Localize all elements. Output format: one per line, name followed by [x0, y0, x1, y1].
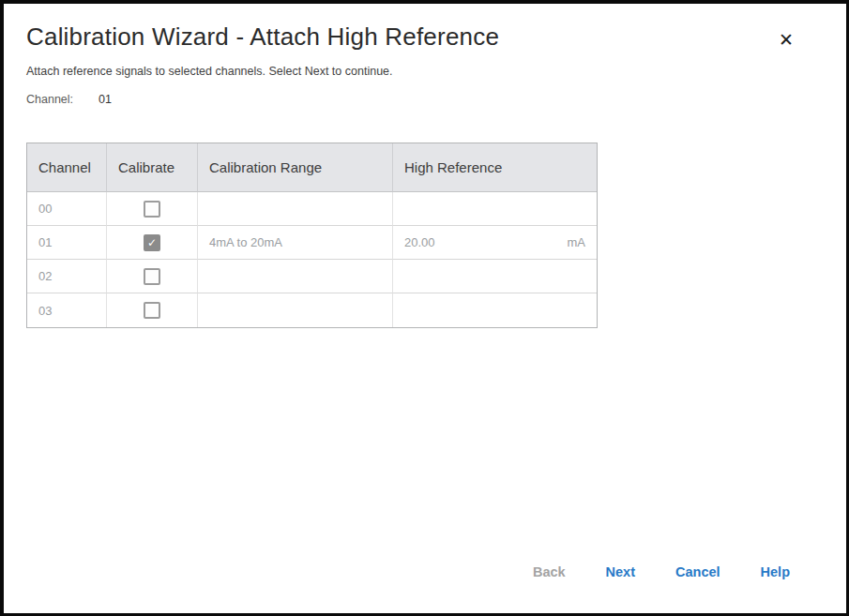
cell-calibrate: [107, 226, 198, 260]
channel-value: 01: [99, 93, 112, 106]
cell-high-reference[interactable]: [393, 293, 597, 327]
back-button[interactable]: Back: [533, 564, 566, 579]
high-reference-value: 20.00: [404, 235, 435, 249]
calibrate-checkbox[interactable]: [144, 201, 160, 218]
high-reference-unit: mA: [568, 235, 586, 249]
next-button[interactable]: Next: [606, 564, 635, 579]
calibrate-checkbox[interactable]: [144, 302, 160, 319]
channel-label: Channel:: [26, 93, 73, 106]
cell-calibrate: [107, 192, 198, 226]
cell-high-reference[interactable]: [393, 192, 597, 226]
dialog-title: Calibration Wizard - Attach High Referen…: [26, 23, 499, 52]
cell-high-reference[interactable]: [393, 260, 597, 293]
cancel-button[interactable]: Cancel: [675, 564, 720, 579]
cell-channel: 02: [27, 260, 107, 293]
column-header-calibrate: Calibrate: [107, 143, 198, 192]
cell-channel: 01: [27, 226, 107, 260]
channel-indicator: Channel:01: [26, 93, 112, 106]
cell-calibration-range: [198, 293, 393, 327]
cell-calibrate: [107, 260, 198, 293]
calibration-wizard-dialog: Calibration Wizard - Attach High Referen…: [0, 0, 849, 616]
cell-calibration-range: 4mA to 20mA: [198, 226, 393, 260]
calibration-table: Channel Calibrate Calibration Range High…: [26, 143, 598, 328]
close-icon: ✕: [779, 29, 794, 51]
help-button[interactable]: Help: [761, 564, 790, 579]
column-header-high-reference: High Reference: [393, 143, 597, 192]
dialog-subtitle: Attach reference signals to selected cha…: [26, 65, 393, 78]
cell-calibrate: [107, 293, 198, 327]
close-button[interactable]: ✕: [773, 26, 799, 53]
column-header-channel: Channel: [27, 143, 107, 192]
wizard-footer: Back Next Cancel Help: [533, 564, 790, 579]
cell-channel: 00: [27, 192, 107, 226]
cell-calibration-range: [198, 192, 393, 226]
cell-channel: 03: [27, 293, 107, 327]
column-header-calibration-range: Calibration Range: [198, 143, 393, 192]
cell-high-reference[interactable]: 20.00 mA: [393, 226, 597, 260]
calibrate-checkbox[interactable]: [144, 268, 160, 285]
cell-calibration-range: [198, 260, 393, 293]
calibrate-checkbox[interactable]: [144, 234, 160, 251]
